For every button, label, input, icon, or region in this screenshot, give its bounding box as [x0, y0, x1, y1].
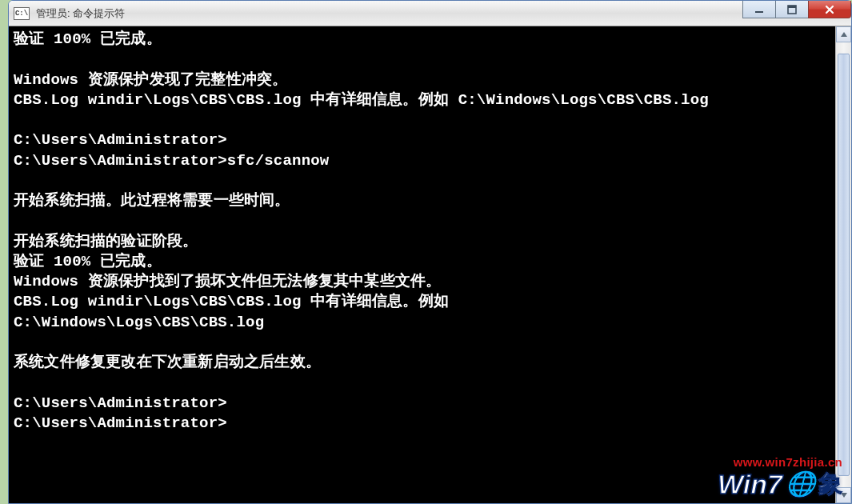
scrollbar-track[interactable] [836, 42, 851, 487]
svg-rect-0 [755, 11, 763, 13]
console-line: CBS.Log windir\Logs\CBS\CBS.log 中有详细信息。例… [14, 292, 829, 312]
console-area: 验证 100% 已完成。 Windows 资源保护发现了完整性冲突。CBS.Lo… [9, 26, 851, 503]
console-line: C:\Users\Administrator>sfc/scannow [14, 151, 829, 171]
console-line [14, 110, 829, 130]
scroll-up-button[interactable] [836, 26, 851, 42]
vertical-scrollbar[interactable] [835, 26, 851, 503]
console-line: CBS.Log windir\Logs\CBS\CBS.log 中有详细信息。例… [14, 90, 829, 110]
console-line: Windows 资源保护发现了完整性冲突。 [14, 70, 829, 90]
console-line: 验证 100% 已完成。 [14, 252, 829, 272]
console-line [14, 374, 829, 394]
console-line: 开始系统扫描。此过程将需要一些时间。 [14, 191, 829, 211]
console-line: Windows 资源保护找到了损坏文件但无法修复其中某些文件。 [14, 272, 829, 292]
console-line [14, 333, 829, 353]
console-line [14, 211, 829, 231]
console-output[interactable]: 验证 100% 已完成。 Windows 资源保护发现了完整性冲突。CBS.Lo… [9, 26, 835, 503]
console-line [14, 171, 829, 191]
console-line: 系统文件修复更改在下次重新启动之后生效。 [14, 353, 829, 373]
console-line: C:\Windows\Logs\CBS\CBS.log [14, 313, 829, 333]
console-line: C:\Users\Administrator> [14, 414, 829, 434]
console-line: C:\Users\Administrator> [14, 130, 829, 150]
minimize-button[interactable] [742, 1, 776, 18]
console-line: 验证 100% 已完成。 [14, 30, 829, 50]
scroll-down-button[interactable] [836, 487, 851, 503]
svg-rect-2 [788, 6, 796, 8]
window-title: 管理员: 命令提示符 [36, 6, 125, 21]
close-button[interactable] [808, 1, 851, 18]
console-line: 开始系统扫描的验证阶段。 [14, 232, 829, 252]
cmd-icon: C:\ [14, 7, 30, 20]
titlebar[interactable]: C:\ 管理员: 命令提示符 [9, 1, 851, 26]
command-prompt-window: C:\ 管理员: 命令提示符 验证 100% 已完成。 Windows 资源保护… [8, 0, 852, 504]
window-controls [743, 1, 851, 18]
maximize-button[interactable] [775, 1, 809, 18]
console-line: C:\Users\Administrator> [14, 394, 829, 414]
scrollbar-thumb[interactable] [838, 54, 850, 476]
console-line [14, 50, 829, 70]
